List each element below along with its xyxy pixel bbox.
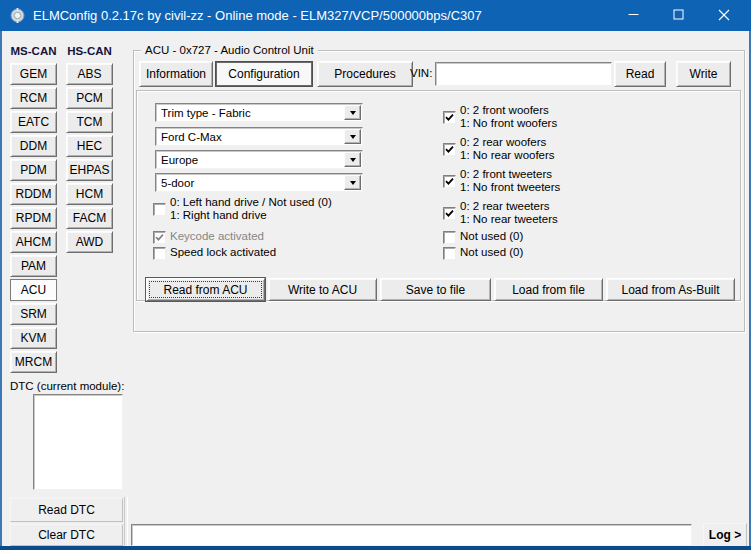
hs-can-header: HS-CAN: [66, 45, 113, 57]
checkbox-box: [443, 247, 456, 260]
clear-dtc-button[interactable]: Clear DTC: [10, 524, 123, 546]
sidebar-item-ehpas[interactable]: EHPAS: [66, 159, 113, 181]
caption-buttons: [611, 0, 746, 31]
ms-can-header: MS-CAN: [10, 45, 57, 57]
sidebar-item-rcm[interactable]: RCM: [10, 87, 57, 109]
checkbox-keycode-activated[interactable]: Keycode activated: [153, 230, 264, 244]
module-groupbox-title: ACU - 0x727 - Audio Control Unit: [141, 44, 318, 56]
write-to-acu-button[interactable]: Write to ACU: [268, 278, 377, 301]
sidebar-item-hec[interactable]: HEC: [66, 135, 113, 157]
tab-procedures[interactable]: Procedures: [317, 61, 413, 87]
sidebar-item-rpdm[interactable]: RPDM: [10, 207, 57, 229]
sidebar-item-srm[interactable]: SRM: [10, 303, 57, 325]
checkbox-box: [443, 111, 456, 124]
checkbox-front-woofers[interactable]: 0: 2 front woofers 1: No front woofers: [443, 104, 557, 129]
chevron-down-icon[interactable]: [344, 105, 361, 120]
sidebar-item-gem[interactable]: GEM: [10, 63, 57, 85]
close-x-icon: [718, 9, 730, 23]
vin-input[interactable]: [435, 62, 612, 86]
checkbox-box: [443, 207, 456, 220]
checkbox-label: Not used (0): [460, 230, 523, 243]
doors-value: 5-door: [156, 177, 344, 189]
checkbox-box: [153, 231, 166, 244]
trim-type-select[interactable]: Trim type - Fabric: [155, 103, 363, 122]
read-from-acu-button[interactable]: Read from ACU: [146, 278, 265, 301]
chevron-down-icon[interactable]: [344, 175, 361, 190]
sidebar-item-pdm[interactable]: PDM: [10, 159, 57, 181]
sidebar-item-tcm[interactable]: TCM: [66, 111, 113, 133]
checkbox-speed-lock[interactable]: Speed lock activated: [153, 246, 276, 260]
minimize-button[interactable]: [611, 0, 656, 31]
checkbox-label: Not used (0): [460, 246, 523, 259]
maximize-square-icon: [673, 9, 684, 22]
load-from-file-button[interactable]: Load from file: [494, 278, 603, 301]
vehicle-model-select[interactable]: Ford C-Max: [155, 127, 363, 146]
sidebar-item-kvm[interactable]: KVM: [10, 327, 57, 349]
trim-type-value: Trim type - Fabric: [156, 107, 344, 119]
checkbox-label: Keycode activated: [170, 230, 264, 243]
checkbox-label: 0: 2 rear woofers 1: No rear woofers: [460, 136, 555, 161]
vin-label: VIN:: [410, 67, 432, 79]
chevron-down-icon[interactable]: [344, 152, 361, 167]
window-border-bottom: [0, 546, 751, 550]
checkbox-box: [443, 231, 456, 244]
region-select[interactable]: Europe: [155, 150, 363, 169]
sidebar-item-facm[interactable]: FACM: [66, 207, 113, 229]
checkbox-not-used-2[interactable]: Not used (0): [443, 246, 523, 260]
chevron-down-icon[interactable]: [344, 129, 361, 144]
minimize-dash-icon: [628, 9, 639, 22]
titlebar: ELMConfig 0.2.17c by civil-zz - Online m…: [0, 0, 751, 31]
checkbox-label: 0: 2 front tweeters 1: No front tweeters: [460, 168, 560, 193]
sidebar-item-ahcm[interactable]: AHCM: [10, 231, 57, 253]
save-to-file-button[interactable]: Save to file: [380, 278, 491, 301]
sidebar-item-pam[interactable]: PAM: [10, 255, 57, 277]
maximize-button[interactable]: [656, 0, 701, 31]
checkbox-rear-tweeters[interactable]: 0: 2 rear tweeters 1: No rear tweeters: [443, 200, 558, 225]
checkbox-box: [443, 175, 456, 188]
log-toggle-button[interactable]: Log >: [703, 523, 747, 547]
vin-read-button[interactable]: Read: [614, 61, 666, 87]
close-button[interactable]: [701, 0, 746, 31]
sidebar-item-hcm[interactable]: HCM: [66, 183, 113, 205]
checkbox-front-tweeters[interactable]: 0: 2 front tweeters 1: No front tweeters: [443, 168, 560, 193]
sidebar-item-rddm[interactable]: RDDM: [10, 183, 57, 205]
read-dtc-button[interactable]: Read DTC: [10, 498, 123, 522]
sidebar-item-eatc[interactable]: EATC: [10, 111, 57, 133]
checkbox-rear-woofers[interactable]: 0: 2 rear woofers 1: No rear woofers: [443, 136, 555, 161]
checkbox-not-used-1[interactable]: Not used (0): [443, 230, 523, 244]
dtc-label: DTC (current module):: [10, 380, 124, 392]
log-status-field[interactable]: [131, 524, 692, 546]
sidebar-item-ddm[interactable]: DDM: [10, 135, 57, 157]
bottom-separator: [124, 497, 128, 546]
checkbox-label: 0: 2 rear tweeters 1: No rear tweeters: [460, 200, 558, 225]
checkbox-drive-side[interactable]: 0: Left hand drive / Not used (0) 1: Rig…: [153, 196, 332, 221]
dtc-listbox[interactable]: [33, 394, 123, 490]
checkbox-box: [153, 203, 166, 216]
checkbox-label: Speed lock activated: [170, 246, 276, 259]
tab-configuration[interactable]: Configuration: [215, 61, 313, 87]
region-value: Europe: [156, 154, 344, 166]
window-border-left: [0, 31, 2, 550]
app-icon: [9, 7, 26, 24]
app-window: ELMConfig 0.2.17c by civil-zz - Online m…: [0, 0, 751, 550]
window-title: ELMConfig 0.2.17c by civil-zz - Online m…: [33, 8, 482, 23]
checkbox-label: 0: Left hand drive / Not used (0) 1: Rig…: [170, 196, 332, 221]
checkbox-box: [153, 247, 166, 260]
sidebar-item-mrcm[interactable]: MRCM: [10, 351, 57, 373]
sidebar-item-awd[interactable]: AWD: [66, 231, 113, 253]
vin-write-button[interactable]: Write: [676, 61, 731, 87]
sidebar-item-pcm[interactable]: PCM: [66, 87, 113, 109]
vehicle-model-value: Ford C-Max: [156, 131, 344, 143]
checkbox-label: 0: 2 front woofers 1: No front woofers: [460, 104, 557, 129]
checkbox-box: [443, 143, 456, 156]
load-from-as-built-button[interactable]: Load from As-Built: [606, 278, 735, 301]
sidebar-item-abs[interactable]: ABS: [66, 63, 113, 85]
doors-select[interactable]: 5-door: [155, 173, 363, 192]
sidebar-item-acu[interactable]: ACU: [10, 279, 57, 301]
tab-information[interactable]: Information: [139, 61, 213, 87]
